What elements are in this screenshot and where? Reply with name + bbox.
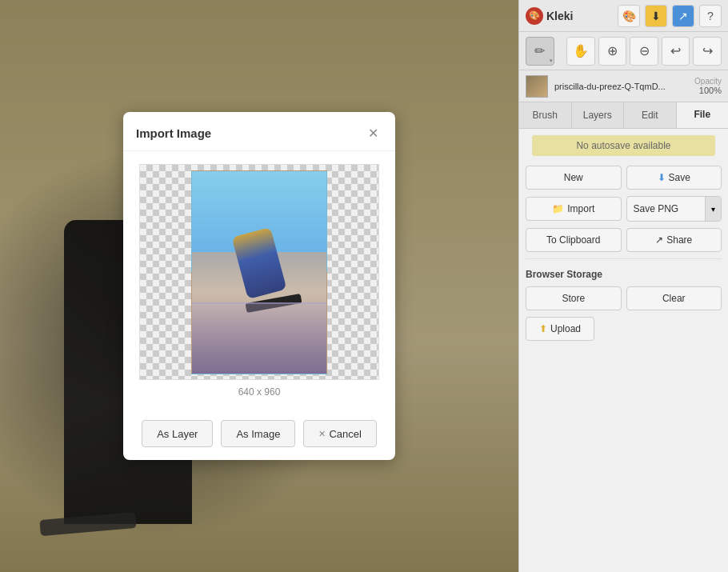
brush-tool[interactable]: ✏ ▾ xyxy=(526,37,554,66)
clipboard-share-row: To Clipboard ↗ Share xyxy=(519,225,728,255)
app-name: Kleki xyxy=(546,10,573,22)
layer-name: priscilla-du-preez-Q-TqmD... xyxy=(554,82,688,91)
opacity-label: Opacity xyxy=(694,77,722,86)
hand-tool[interactable]: ✋ xyxy=(566,37,595,66)
import-image-dialog: Import Image ✕ xyxy=(123,112,395,460)
dialog-header: Import Image ✕ xyxy=(123,112,395,151)
image-dimensions: 640 x 960 xyxy=(238,386,281,398)
store-button[interactable]: Store xyxy=(526,286,622,310)
import-savepng-row: 📁 Import Save PNG ▾ xyxy=(519,193,728,225)
tab-layers[interactable]: Layers xyxy=(572,102,625,128)
upload-icon: ⬆ xyxy=(539,323,547,334)
save-icon: ⬇ xyxy=(658,172,666,183)
opacity-value: 100% xyxy=(699,86,722,95)
undo-tool[interactable]: ↩ xyxy=(662,37,690,66)
app-logo: 🎨 Kleki xyxy=(526,7,573,25)
canvas-area: Import Image ✕ xyxy=(0,0,518,572)
dialog-close-button[interactable]: ✕ xyxy=(363,123,382,142)
upload-row: ⬆ Upload xyxy=(519,314,728,344)
panel-tabs: Brush Layers Edit File xyxy=(519,102,728,129)
new-save-row: New ⬇ Save xyxy=(519,162,728,193)
cancel-button[interactable]: ✕ Cancel xyxy=(303,420,376,447)
layer-row: priscilla-du-preez-Q-TqmD... Opacity 100… xyxy=(519,70,728,102)
tab-edit[interactable]: Edit xyxy=(624,102,677,128)
browser-storage-header: Browser Storage xyxy=(519,262,728,283)
share-file-icon: ↗ xyxy=(655,234,663,246)
autosave-status: No autosave available xyxy=(532,135,715,156)
file-panel: No autosave available New ⬇ Save 📁 Impor… xyxy=(519,129,728,572)
save-png-dropdown[interactable]: Save PNG ▾ xyxy=(626,196,722,222)
preview-image xyxy=(191,170,327,374)
store-clear-row: Store Clear xyxy=(519,283,728,314)
palette-button[interactable]: 🎨 xyxy=(618,5,640,27)
as-layer-button[interactable]: As Layer xyxy=(142,420,213,447)
cancel-icon: ✕ xyxy=(318,429,326,439)
upload-button[interactable]: ⬆ Upload xyxy=(526,317,594,341)
share-button[interactable]: ↗ xyxy=(672,5,694,27)
divider-1 xyxy=(526,258,722,259)
top-bar: 🎨 Kleki 🎨 ⬇ ↗ ? xyxy=(519,0,728,32)
clear-button[interactable]: Clear xyxy=(626,286,722,310)
layer-thumbnail xyxy=(526,75,548,98)
import-button[interactable]: 📁 Import xyxy=(526,197,622,221)
tools-toolbar: ✏ ▾ ✋ ⊕ ⊖ ↩ ↪ xyxy=(519,32,728,70)
brush-dropdown-arrow: ▾ xyxy=(550,58,553,64)
save-button[interactable]: ⬇ Save xyxy=(626,166,722,190)
zoom-out-tool[interactable]: ⊖ xyxy=(630,37,658,66)
as-image-button[interactable]: As Image xyxy=(221,420,295,447)
new-button[interactable]: New xyxy=(526,166,622,190)
tab-file[interactable]: File xyxy=(677,102,729,128)
dialog-footer: As Layer As Image ✕ Cancel xyxy=(123,410,395,460)
dialog-overlay: Import Image ✕ xyxy=(0,0,518,572)
redo-tool[interactable]: ↪ xyxy=(693,37,722,66)
dialog-title: Import Image xyxy=(136,126,211,140)
download-button[interactable]: ⬇ xyxy=(645,5,667,27)
dialog-body: 640 x 960 xyxy=(123,151,395,410)
import-icon: 📁 xyxy=(552,203,564,214)
zoom-in-tool[interactable]: ⊕ xyxy=(598,37,627,66)
save-png-arrow[interactable]: ▾ xyxy=(705,197,721,221)
to-clipboard-button[interactable]: To Clipboard xyxy=(526,228,622,252)
tab-brush[interactable]: Brush xyxy=(519,102,572,128)
kleki-icon: 🎨 xyxy=(526,7,543,25)
share-file-button[interactable]: ↗ Share xyxy=(626,228,722,252)
image-preview-area xyxy=(139,164,379,380)
help-button[interactable]: ? xyxy=(699,5,722,27)
